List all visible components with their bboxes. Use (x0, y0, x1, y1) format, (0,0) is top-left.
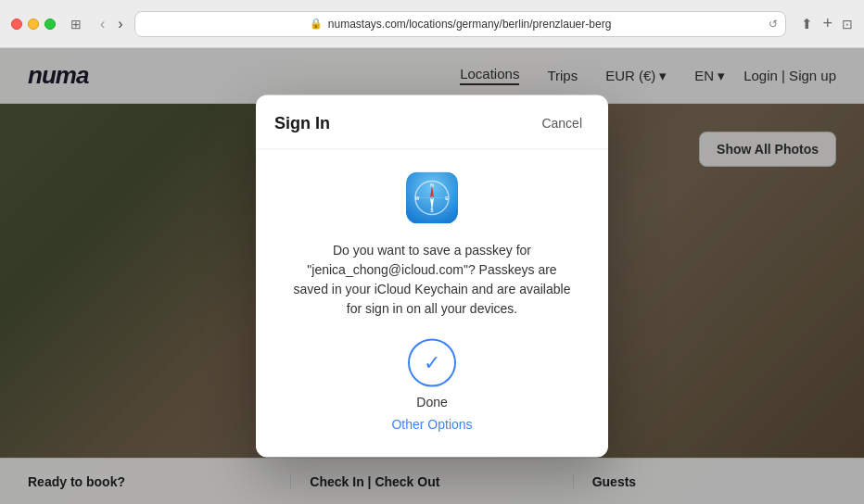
share-icon[interactable]: ⬆ (801, 16, 813, 32)
url-text: numastays.com/locations/germany/berlin/p… (328, 18, 611, 31)
lock-icon: 🔒 (310, 18, 323, 30)
page-wrapper: numa Locations Trips EUR (€) ▾ EN ▾ Logi… (0, 48, 864, 504)
close-button[interactable] (11, 19, 22, 30)
modal-description: Do you want to save a passkey for "jenic… (293, 241, 571, 319)
done-circle: ✓ (408, 339, 456, 387)
modal-title: Sign In (274, 113, 330, 132)
browser-nav: ‹ › (96, 14, 127, 34)
address-bar[interactable]: 🔒 numastays.com/locations/germany/berlin… (134, 11, 787, 37)
sidebar-icon[interactable]: ⊞ (70, 17, 82, 32)
new-tab-icon[interactable]: + (822, 14, 832, 33)
back-button[interactable]: ‹ (96, 14, 108, 34)
sign-in-modal: Sign In Cancel (256, 95, 608, 458)
tabs-icon[interactable]: ⊡ (842, 17, 853, 32)
safari-icon: N S E W (406, 172, 458, 224)
traffic-lights (11, 19, 56, 30)
done-label: Done (416, 395, 447, 410)
modal-header: Sign In Cancel (256, 95, 608, 150)
other-options-link[interactable]: Other Options (391, 417, 472, 432)
browser-actions: ⬆ + ⊡ (801, 14, 853, 33)
modal-cancel-button[interactable]: Cancel (534, 112, 590, 134)
svg-text:W: W (415, 195, 420, 201)
forward-button[interactable]: › (114, 14, 126, 34)
browser-chrome: ⊞ ‹ › 🔒 numastays.com/locations/germany/… (0, 0, 864, 48)
maximize-button[interactable] (44, 19, 56, 30)
modal-body: N S E W Do you want to save a passkey fo… (256, 150, 608, 458)
minimize-button[interactable] (28, 19, 39, 30)
refresh-icon[interactable]: ↺ (769, 18, 778, 31)
checkmark-icon: ✓ (424, 351, 440, 375)
